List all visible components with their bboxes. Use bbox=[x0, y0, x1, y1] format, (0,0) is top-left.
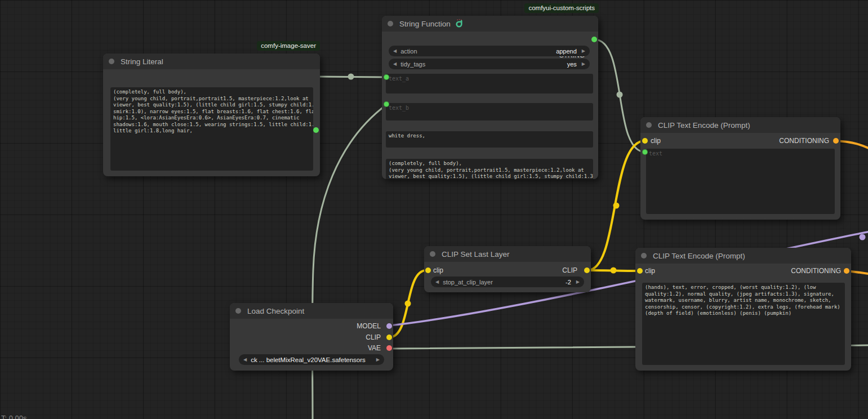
custom-scripts-icon bbox=[455, 19, 464, 28]
node-title: CLIP Text Encode (Prompt) bbox=[653, 252, 745, 260]
node-title: CLIP Set Last Layer bbox=[442, 250, 510, 258]
node-string-literal[interactable]: String Literal STRING (completely, full … bbox=[103, 54, 320, 176]
node-title-bar[interactable]: CLIP Text Encode (Prompt) bbox=[635, 248, 851, 264]
link-dot-string-a[interactable] bbox=[348, 74, 354, 80]
widget-ckpt-name[interactable]: ◀ ck ... beletMixReal_v20VAE.safetensors… bbox=[239, 354, 384, 365]
widget-action[interactable]: ◀ action append ▶ bbox=[389, 46, 590, 56]
output-dot-model[interactable] bbox=[386, 323, 392, 329]
decrement-arrow-icon[interactable]: ◀ bbox=[393, 48, 397, 54]
node-title-bar[interactable]: Load Checkpoint bbox=[230, 303, 393, 319]
input-dot-clip[interactable] bbox=[425, 268, 431, 273]
node-title-bar[interactable]: String Function bbox=[382, 16, 598, 32]
negative-prompt-textarea[interactable]: (hands), text, error, cropped, (worst qu… bbox=[642, 283, 845, 365]
decrement-arrow-icon[interactable]: ◀ bbox=[393, 61, 397, 66]
input-dot-text[interactable] bbox=[642, 149, 648, 155]
frame-time-indicator: T: 0.00s bbox=[1, 414, 27, 419]
negative-prompt-text: (hands), text, error, cropped, (worst qu… bbox=[645, 284, 842, 317]
input-label-clip: clip bbox=[651, 137, 661, 145]
node-title: String Literal bbox=[121, 57, 163, 66]
node-load-checkpoint[interactable]: Load Checkpoint MODEL CLIP VAE ◀ ck ... … bbox=[230, 303, 393, 371]
node-pack-badge: comfy-image-saver bbox=[257, 41, 320, 51]
text-c-text: white dress, bbox=[389, 133, 590, 140]
text-c-textarea[interactable]: white dress, bbox=[386, 131, 593, 148]
collapse-dot-icon[interactable] bbox=[430, 251, 435, 257]
widget-value: append bbox=[556, 48, 577, 55]
wire-top-conditioning-offscreen bbox=[836, 141, 868, 150]
wire-offscreen-to-text-b bbox=[312, 105, 386, 419]
link-dot-model[interactable] bbox=[860, 234, 866, 240]
input-label-clip: clip bbox=[645, 267, 655, 275]
output-label-clip: CLIP bbox=[366, 333, 381, 341]
widget-tidy-tags[interactable]: ◀ tidy_tags yes ▶ bbox=[389, 59, 590, 69]
node-title: CLIP Text Encode (Prompt) bbox=[658, 121, 750, 130]
input-label-clip: clip bbox=[433, 266, 443, 274]
node-title-bar[interactable]: CLIP Set Last Layer bbox=[424, 246, 591, 262]
node-string-function[interactable]: String Function STRING ◀ action append ▶… bbox=[382, 16, 598, 179]
increment-arrow-icon[interactable]: ▶ bbox=[376, 357, 380, 362]
output-dot-clip[interactable] bbox=[584, 268, 590, 273]
widget-name: stop_at_clip_layer bbox=[443, 279, 566, 286]
collapse-dot-icon[interactable] bbox=[109, 59, 114, 64]
input-dot-text-b[interactable] bbox=[384, 101, 389, 107]
input-dot-text-a[interactable] bbox=[384, 74, 389, 80]
node-pack-badge: comfyui-custom-scripts bbox=[524, 3, 599, 13]
output-dot-vae[interactable] bbox=[386, 345, 392, 351]
widget-name: tidy_tags bbox=[400, 61, 567, 68]
output-dot-clip[interactable] bbox=[386, 335, 392, 340]
widget-stop-at-clip-layer[interactable]: ◀ stop_at_clip_layer -2 ▶ bbox=[431, 277, 584, 287]
node-clip-set-last-layer[interactable]: CLIP Set Last Layer clip CLIP ◀ stop_at_… bbox=[424, 246, 591, 292]
text-a-textarea[interactable]: text_a bbox=[386, 74, 593, 93]
link-dot-clip-c[interactable] bbox=[611, 268, 617, 274]
collapse-dot-icon[interactable] bbox=[235, 308, 241, 314]
output-dot-conditioning[interactable] bbox=[833, 138, 839, 144]
collapse-dot-icon[interactable] bbox=[641, 253, 647, 258]
link-dot-clip-b[interactable] bbox=[613, 203, 620, 209]
prompt-text: (completely, full body), (very young chi… bbox=[113, 89, 310, 135]
input-dot-clip[interactable] bbox=[642, 138, 648, 144]
node-clip-text-encode-positive[interactable]: CLIP Text Encode (Prompt) clip CONDITION… bbox=[640, 117, 840, 220]
node-title-bar[interactable]: CLIP Text Encode (Prompt) bbox=[640, 117, 840, 133]
decrement-arrow-icon[interactable]: ◀ bbox=[435, 279, 439, 284]
text-b-textarea[interactable]: text_b bbox=[386, 103, 593, 121]
output-label-model: MODEL bbox=[357, 322, 381, 330]
widget-value: yes bbox=[567, 61, 577, 68]
text-d-text: (completely, full body), (very young chi… bbox=[389, 161, 590, 179]
node-clip-text-encode-negative[interactable]: CLIP Text Encode (Prompt) clip CONDITION… bbox=[635, 248, 851, 371]
output-label-conditioning: CONDITIONING bbox=[779, 137, 829, 145]
text-d-textarea[interactable]: (completely, full body), (very young chi… bbox=[386, 159, 593, 179]
collapse-dot-icon[interactable] bbox=[388, 21, 393, 26]
collapse-dot-icon[interactable] bbox=[646, 122, 652, 128]
node-graph-canvas[interactable]: comfy-image-saver comfyui-custom-scripts… bbox=[0, 0, 868, 419]
widget-name: action bbox=[400, 48, 556, 55]
link-dot-string-b[interactable] bbox=[617, 92, 623, 98]
widget-value: ck ... beletMixReal_v20VAE.safetensors bbox=[251, 356, 376, 363]
output-label-conditioning: CONDITIONING bbox=[791, 267, 841, 275]
increment-arrow-icon[interactable]: ▶ bbox=[582, 48, 585, 54]
node-title: Load Checkpoint bbox=[247, 307, 304, 315]
output-label-clip: CLIP bbox=[562, 266, 577, 274]
prompt-textarea[interactable]: (completely, full body), (very young chi… bbox=[110, 87, 313, 171]
text-placeholder: text bbox=[649, 150, 832, 157]
decrement-arrow-icon[interactable]: ◀ bbox=[243, 357, 247, 362]
node-title: String Function bbox=[399, 20, 451, 28]
output-label-vae: VAE bbox=[368, 344, 381, 352]
widget-value: -2 bbox=[566, 279, 571, 286]
output-dot-string[interactable] bbox=[591, 37, 597, 42]
input-dot-clip[interactable] bbox=[637, 268, 643, 274]
text-a-placeholder: text_a bbox=[389, 75, 590, 82]
increment-arrow-icon[interactable]: ▶ bbox=[582, 61, 585, 66]
node-title-bar[interactable]: String Literal bbox=[103, 54, 320, 69]
output-dot-string[interactable] bbox=[313, 127, 319, 133]
increment-arrow-icon[interactable]: ▶ bbox=[576, 279, 580, 284]
text-textarea[interactable]: text bbox=[646, 149, 835, 214]
output-dot-conditioning[interactable] bbox=[844, 268, 849, 274]
text-b-placeholder: text_b bbox=[389, 105, 590, 112]
link-dot-clip-a[interactable] bbox=[405, 301, 411, 307]
